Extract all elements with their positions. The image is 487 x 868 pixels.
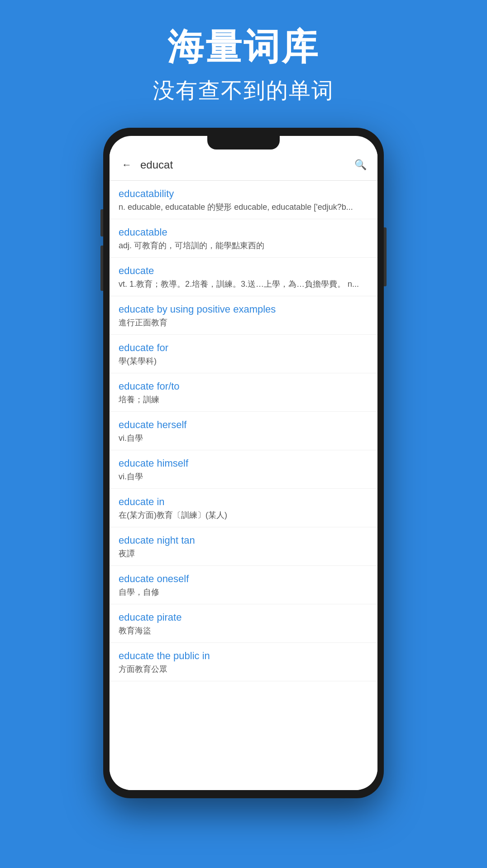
list-item[interactable]: educatevt. 1.教育；教導。2.培養，訓練。3.送…上學，為…負擔學費… — [110, 258, 377, 296]
page-subtitle: 没有查不到的单词 — [153, 76, 334, 105]
result-term: educate night tan — [119, 535, 368, 546]
back-button[interactable]: ← — [119, 157, 135, 173]
phone-button-right — [384, 227, 387, 286]
result-desc: 方面教育公眾 — [119, 664, 368, 675]
list-item[interactable]: educate for/to培養；訓練 — [110, 373, 377, 412]
phone-button-left2 — [100, 246, 103, 291]
list-item[interactable]: educate in在(某方面)教育〔訓練〕(某人) — [110, 489, 377, 527]
phone-screen: ← 🔍 educatabilityn. educable, educatable… — [110, 136, 377, 790]
list-item[interactable]: educate by using positive examples進行正面教育 — [110, 296, 377, 335]
results-list: educatabilityn. educable, educatable 的變形… — [110, 181, 377, 785]
phone-notch — [207, 136, 280, 149]
list-item[interactable]: educate oneself自學，自修 — [110, 566, 377, 604]
result-term: educate in — [119, 496, 368, 508]
list-item[interactable]: educate himselfvi.自學 — [110, 450, 377, 489]
result-term: educate — [119, 265, 368, 277]
result-term: educate pirate — [119, 612, 368, 623]
result-term: educate for — [119, 342, 368, 354]
list-item[interactable]: educate pirate教育海盜 — [110, 604, 377, 643]
list-item[interactable]: educate for學(某學科) — [110, 335, 377, 373]
phone-frame: ← 🔍 educatabilityn. educable, educatable… — [103, 128, 384, 798]
result-term: educate herself — [119, 419, 368, 431]
phone-button-left1 — [100, 209, 103, 236]
result-term: educate oneself — [119, 573, 368, 585]
list-item[interactable]: educate the public in方面教育公眾 — [110, 643, 377, 681]
search-bar: ← 🔍 — [110, 149, 377, 181]
result-desc: 自學，自修 — [119, 587, 368, 598]
result-term: educatability — [119, 188, 368, 200]
phone-mockup: ← 🔍 educatabilityn. educable, educatable… — [103, 128, 384, 798]
result-desc: 教育海盜 — [119, 625, 368, 636]
page-title: 海量词库 — [153, 27, 334, 67]
result-term: educate the public in — [119, 650, 368, 662]
screen-content: ← 🔍 educatabilityn. educable, educatable… — [110, 149, 377, 790]
result-term: educate for/to — [119, 381, 368, 392]
result-desc: 在(某方面)教育〔訓練〕(某人) — [119, 510, 368, 521]
list-item[interactable]: educate herselfvi.自學 — [110, 412, 377, 450]
search-icon: 🔍 — [354, 159, 367, 171]
back-arrow-icon: ← — [122, 159, 132, 171]
result-desc: 學(某學科) — [119, 356, 368, 366]
search-input[interactable] — [135, 159, 352, 171]
result-term: educate by using positive examples — [119, 304, 368, 315]
result-term: educatable — [119, 227, 368, 238]
result-desc: n. educable, educatable 的變形 educable, ed… — [119, 202, 368, 212]
result-desc: vi.自學 — [119, 433, 368, 444]
result-desc: 進行正面教育 — [119, 317, 368, 328]
result-desc: 培養；訓練 — [119, 394, 368, 405]
search-submit-button[interactable]: 🔍 — [352, 157, 368, 173]
list-item[interactable]: educatableadj. 可教育的，可培訓的，能學點東西的 — [110, 219, 377, 258]
result-desc: adj. 可教育的，可培訓的，能學點東西的 — [119, 240, 368, 251]
list-item[interactable]: educatabilityn. educable, educatable 的變形… — [110, 181, 377, 219]
result-desc: 夜譚 — [119, 548, 368, 559]
result-desc: vt. 1.教育；教導。2.培養，訓練。3.送…上學，為…負擔學費。 n... — [119, 279, 368, 289]
result-desc: vi.自學 — [119, 471, 368, 482]
result-term: educate himself — [119, 458, 368, 469]
list-item[interactable]: educate night tan夜譚 — [110, 527, 377, 566]
